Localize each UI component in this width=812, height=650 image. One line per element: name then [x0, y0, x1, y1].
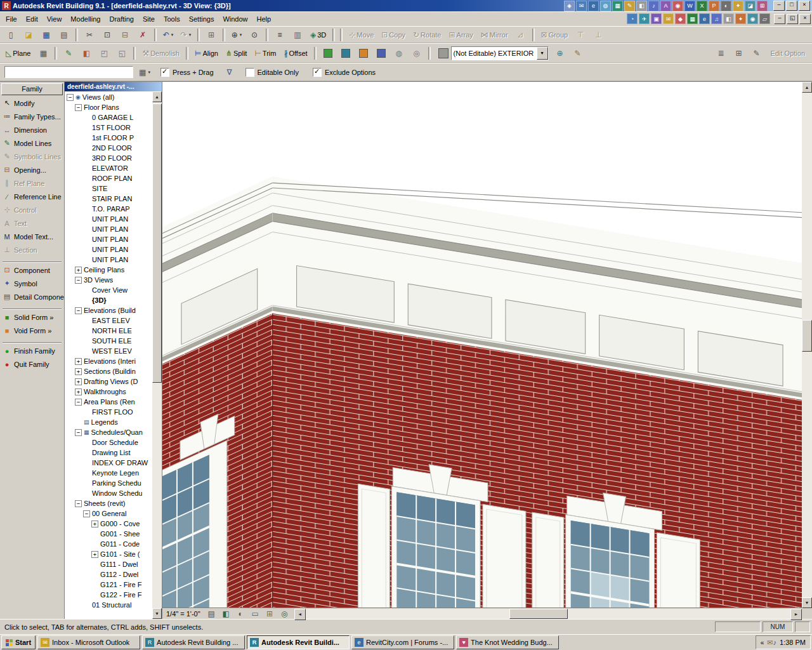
tree-item[interactable]: SITE	[65, 183, 152, 194]
project-browser-caption[interactable]: deerfield-ashley.rvt -...	[65, 82, 162, 91]
maximize-button[interactable]: □	[786, 1, 797, 11]
tree-item[interactable]: ROOF PLAN	[65, 173, 152, 183]
tree-item[interactable]: INDEX OF DRAW	[65, 458, 152, 468]
render-button[interactable]: ◎	[408, 46, 426, 61]
press-drag-checkbox-box[interactable]	[160, 68, 169, 77]
cut-button[interactable]: ✂	[81, 27, 98, 43]
tree-item[interactable]: G001 - Shee	[65, 529, 152, 539]
tree-item[interactable]: −Area Plans (Ren	[65, 397, 152, 407]
transfer-standards-button[interactable]: ⊕	[551, 46, 569, 61]
tree-item[interactable]: G011 - Code	[65, 539, 152, 549]
task-knot[interactable]: ♥The Knot Wedding Budg...	[456, 635, 559, 649]
collapse-box[interactable]: −	[75, 277, 82, 284]
collapse-box[interactable]: −	[75, 307, 82, 314]
zoom-button[interactable]: ⊕▾	[228, 27, 246, 43]
tree-item[interactable]: G121 - Fire F	[65, 580, 152, 590]
design-family-types[interactable]: ≔Family Types...	[0, 110, 64, 123]
tree-item[interactable]: +G000 - Cove	[65, 519, 152, 529]
tree-item[interactable]: G122 - Fire F	[65, 590, 152, 600]
tree-item[interactable]: +Ceiling Plans	[65, 265, 152, 275]
tree-item[interactable]: Cover View	[65, 285, 152, 295]
design-symbol[interactable]: ✦Symbol	[0, 277, 64, 290]
expand-box[interactable]: +	[75, 267, 82, 274]
launcher-icon-28[interactable]: ◉	[747, 13, 758, 24]
delete-button[interactable]: ✗	[134, 27, 152, 43]
wireframe-view-icon-button[interactable]	[337, 46, 355, 61]
option-list-button[interactable]: ≣	[712, 46, 730, 61]
solid-view-icon-button[interactable]	[319, 46, 337, 61]
design-component[interactable]: ⊡Component	[0, 263, 64, 277]
collapse-box[interactable]: −	[75, 429, 82, 436]
undo-button[interactable]: ↶▾	[159, 27, 177, 43]
type-selector[interactable]: (Not Editable) EXTERIOR ▾	[451, 46, 549, 60]
expand-box[interactable]: +	[75, 388, 82, 395]
design-model-lines[interactable]: ✎Model Lines	[0, 136, 64, 150]
browser-scrollbar[interactable]: ▲ ▼	[152, 91, 162, 619]
copy-button[interactable]: ⊡	[98, 27, 116, 43]
tree-item[interactable]: −Elevations (Build	[65, 305, 152, 315]
save-button[interactable]: ▦	[37, 27, 55, 43]
launcher-icon-8[interactable]: ♪	[648, 1, 659, 11]
tree-item[interactable]: 01 Structural	[65, 600, 152, 610]
type-selector-dropdown-icon[interactable]: ▾	[537, 47, 548, 60]
start-button[interactable]: Start	[1, 635, 36, 649]
design-quit-family[interactable]: ●Quit Family	[0, 357, 64, 371]
launcher-icon-23[interactable]: ▦	[687, 13, 698, 24]
option-grid-button[interactable]: ⊞	[730, 46, 748, 61]
tree-item[interactable]: UNIT PLAN	[65, 224, 152, 234]
view-scroll-down-button[interactable]: ▼	[802, 597, 812, 608]
tree-item[interactable]: +Drafting Views (D	[65, 376, 152, 387]
task-revitcity[interactable]: eRevitCity.com | Forums -...	[351, 635, 454, 649]
design-modify[interactable]: ↖Modify	[0, 96, 64, 110]
thin-lines-button[interactable]: ≡	[271, 27, 289, 43]
press-drag-checkbox[interactable]: Press + Drag	[160, 68, 214, 77]
tray-chevron-button[interactable]: «	[761, 639, 764, 646]
tree-item[interactable]: 1ST FLOOR	[65, 123, 152, 133]
launcher-icon-21[interactable]: ✉	[663, 13, 674, 24]
view-scroll-up-button[interactable]: ▲	[802, 82, 812, 93]
tree-item[interactable]: FIRST FLOO	[65, 407, 152, 417]
tree-item[interactable]: +Sections (Buildin	[65, 366, 152, 376]
filter-button[interactable]: ∇	[221, 65, 239, 80]
tree-item[interactable]: Parking Schedu	[65, 478, 152, 488]
launcher-icon-7[interactable]: ◧	[636, 1, 647, 11]
tree-item[interactable]: 3RD FLOOR	[65, 153, 152, 163]
launcher-icon-29[interactable]: ▱	[759, 13, 770, 24]
work-plane-button[interactable]: ◺Plane	[2, 46, 34, 61]
design-void-form[interactable]: ■Void Form »	[0, 324, 64, 337]
trim-button[interactable]: ⊢Trim	[251, 46, 280, 61]
task-revit-1[interactable]: RAutodesk Revit Building ...	[142, 635, 245, 649]
tree-item[interactable]: +Walkthroughs	[65, 387, 152, 397]
task-outlook[interactable]: ✉Inbox - Microsoft Outlook	[37, 635, 140, 649]
exclude-options-checkbox[interactable]: Exclude Options	[313, 68, 376, 77]
tree-item[interactable]: T.O. PARAP	[65, 204, 152, 214]
view-hscrollbar[interactable]: ◄ ►	[294, 609, 802, 619]
model-graphics-icon[interactable]: ◧	[219, 608, 233, 619]
collapse-box[interactable]: −	[83, 510, 90, 517]
worksets-button[interactable]: ▦	[34, 46, 52, 61]
tree-item[interactable]: UNIT PLAN	[65, 255, 152, 265]
tree-item[interactable]: UNIT PLAN	[65, 234, 152, 244]
menu-modelling[interactable]: Modelling	[66, 13, 105, 25]
tree-item[interactable]: UNIT PLAN	[65, 244, 152, 255]
tree-item[interactable]: STAIR PLAN	[65, 194, 152, 204]
paint-button[interactable]: ◧	[77, 46, 95, 61]
collapse-box[interactable]: −	[75, 500, 82, 507]
launcher-icon-15[interactable]: ✦	[733, 1, 743, 11]
3d-view-canvas[interactable]	[162, 82, 802, 608]
mdi-minimize-button[interactable]: –	[774, 14, 785, 24]
menu-window[interactable]: Window	[218, 13, 252, 25]
linework-button[interactable]: ◰	[95, 46, 113, 61]
collapse-box[interactable]: −	[67, 94, 74, 101]
task-revit-2[interactable]: RAutodesk Revit Buildi...	[247, 635, 350, 649]
view-vscroll-thumb[interactable]	[802, 320, 812, 352]
tree-item[interactable]: G112 - Dwel	[65, 569, 152, 580]
ghost-surfaces-button[interactable]: ◍	[390, 46, 408, 61]
offset-button[interactable]: ∦Offset	[280, 46, 311, 61]
zoom-fit-button[interactable]: ⊙	[246, 27, 263, 43]
collapse-box[interactable]: −	[75, 399, 82, 406]
browser-scroll-track[interactable]	[152, 102, 162, 608]
tree-item[interactable]: Door Schedule	[65, 437, 152, 448]
browser-scroll-thumb[interactable]	[152, 103, 162, 383]
menu-file[interactable]: File	[1, 13, 22, 25]
